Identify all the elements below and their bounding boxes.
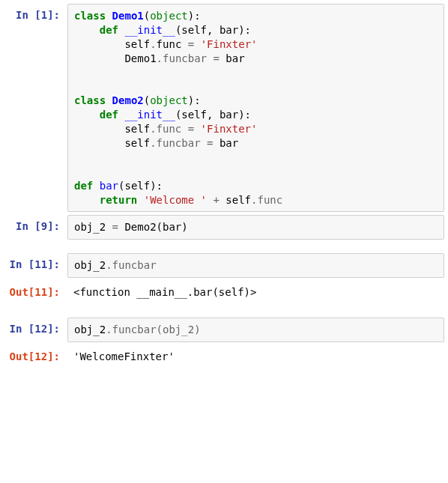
keyword: class — [74, 94, 106, 106]
function-name: __init__ — [124, 24, 175, 36]
op: .funcbar — [150, 137, 207, 149]
in-prompt-1: In [1]: — [4, 4, 67, 212]
code-text: self — [124, 38, 150, 50]
code-input-12[interactable]: obj_2.funcbar(obj_2) — [67, 318, 444, 342]
string: 'Finxter' — [201, 123, 258, 135]
output-text-11: <function __main__.bar(self)> — [67, 281, 444, 304]
code-text: obj_2 — [74, 221, 112, 233]
op: = — [188, 38, 194, 50]
op: .funcbar(obj_2) — [106, 323, 200, 335]
code-text: self — [225, 194, 251, 206]
op: . — [150, 38, 156, 50]
code-cell-12: In [12]: obj_2.funcbar(obj_2) — [4, 318, 444, 342]
code-cell-9: In [9]: obj_2 = Demo2(bar) — [4, 215, 444, 240]
sp — [194, 123, 200, 135]
punct: ): — [188, 94, 201, 106]
string: 'Welcome ' — [144, 194, 207, 206]
code-text: Demo1 — [124, 52, 156, 64]
keyword: def — [100, 24, 118, 36]
code-cell-11: In [11]: obj_2.funcbar — [4, 253, 444, 278]
op: = — [188, 123, 194, 135]
op: = — [112, 221, 118, 233]
keyword: class — [74, 10, 106, 22]
keyword: def — [100, 109, 118, 121]
output-text-12: 'WelcomeFinxter' — [67, 345, 444, 368]
op: .func — [251, 194, 282, 206]
class-name: Demo1 — [112, 10, 144, 22]
in-prompt-12: In [12]: — [4, 318, 67, 342]
builtin: object — [150, 10, 188, 22]
code-text: bar — [213, 137, 238, 149]
code-text: obj_2 — [74, 259, 106, 271]
code-cell-1: In [1]: class Demo1(object): def __init_… — [4, 4, 444, 212]
function-name: bar — [100, 180, 118, 192]
code-text: self — [124, 123, 150, 135]
keyword: return — [100, 194, 138, 206]
string: 'Finxter' — [201, 38, 258, 50]
class-name: Demo2 — [112, 94, 144, 106]
punct: ( — [144, 10, 150, 22]
punct: ): — [188, 10, 201, 22]
function-name: __init__ — [124, 109, 175, 121]
out-prompt-11: Out[11]: — [4, 281, 67, 304]
op: .funcbar — [106, 259, 156, 271]
code-text: obj_2 — [74, 323, 106, 335]
op: .func — [150, 123, 188, 135]
op: + — [207, 194, 225, 206]
op: = — [213, 52, 219, 64]
keyword: def — [74, 180, 93, 192]
code-text: self — [124, 137, 150, 149]
op: .funcbar — [157, 52, 214, 64]
in-prompt-11: In [11]: — [4, 253, 67, 278]
params: (self, bar): — [175, 109, 251, 121]
out-prompt-12: Out[12]: — [4, 345, 67, 368]
output-cell-11: Out[11]: <function __main__.bar(self)> — [4, 281, 444, 304]
params: (self): — [118, 180, 163, 192]
code-text: bar — [220, 52, 245, 64]
code-text: func — [157, 38, 188, 50]
sp — [194, 38, 200, 50]
params: (self, bar): — [175, 24, 251, 36]
code-input-1[interactable]: class Demo1(object): def __init__(self, … — [67, 4, 444, 212]
output-cell-12: Out[12]: 'WelcomeFinxter' — [4, 345, 444, 368]
code-text: Demo2(bar) — [118, 221, 188, 233]
code-input-9[interactable]: obj_2 = Demo2(bar) — [67, 215, 444, 240]
in-prompt-9: In [9]: — [4, 215, 67, 240]
code-input-11[interactable]: obj_2.funcbar — [67, 253, 444, 278]
builtin: object — [150, 94, 188, 106]
punct: ( — [144, 94, 150, 106]
sp — [137, 194, 143, 206]
